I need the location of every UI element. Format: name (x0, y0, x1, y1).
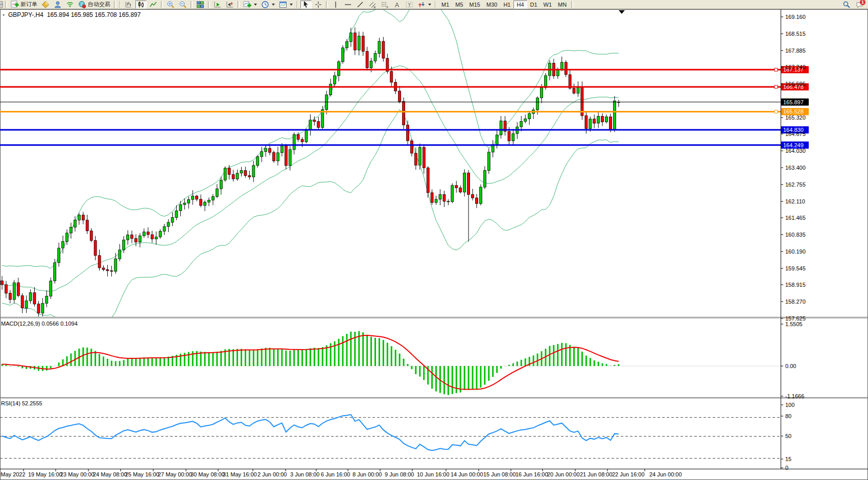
timeframe-M30[interactable]: M30 (483, 1, 500, 9)
horizontal-line-tool-button[interactable] (342, 1, 354, 9)
candle-body (362, 36, 364, 52)
collapse-arrow-icon[interactable]: ▾ (3, 13, 5, 17)
zoom-out-button[interactable] (177, 1, 189, 9)
arrows-tool-button[interactable] (416, 1, 433, 9)
candle-body (508, 131, 510, 141)
search-icon[interactable] (842, 1, 851, 9)
symbol-period-label: GBPJPY-,H4 (8, 11, 43, 18)
candle-body (338, 62, 340, 76)
community-button[interactable] (52, 1, 63, 9)
candle-body (41, 303, 44, 313)
text-label-tool-button[interactable]: T (404, 1, 415, 9)
channel-tool-button[interactable]: E (367, 1, 378, 9)
toolbar-separator (208, 1, 210, 8)
autotrading-label: 自动交易 (88, 1, 110, 8)
candle-body (110, 271, 113, 271)
chart-shift-button[interactable] (224, 1, 236, 9)
candle-body (520, 121, 523, 127)
timeframe-M1[interactable]: M1 (438, 1, 452, 9)
candle-body (345, 42, 348, 48)
signals-button[interactable] (64, 1, 76, 9)
timeframe-H1[interactable]: H1 (500, 1, 513, 9)
candlestick-chart-type-button[interactable] (135, 1, 147, 9)
price-axis-label: 164.030 (785, 148, 806, 154)
hline-handle[interactable] (775, 68, 778, 71)
chart-canvas[interactable]: 167.137166.478165.897165.528164.830164.2… (0, 9, 868, 480)
periods-button[interactable] (260, 1, 276, 9)
candle-body (382, 41, 385, 58)
candle-body (297, 134, 299, 140)
fibonacci-tool-button[interactable]: F (379, 1, 390, 9)
candle-body (349, 33, 352, 42)
notifications-button[interactable]: 1 (856, 1, 864, 9)
bar-chart-type-button[interactable] (123, 1, 134, 9)
candle-body (21, 295, 24, 308)
crosshair-tool-button[interactable] (313, 1, 324, 9)
time-axis-label: 15 Jun 08:00 (483, 471, 516, 477)
zoom-in-button[interactable] (165, 1, 176, 9)
candle-body (106, 269, 109, 270)
timeframe-M15[interactable]: M15 (466, 1, 483, 9)
auto-scroll-button[interactable] (212, 1, 223, 9)
candle-body (236, 173, 239, 179)
candle-body (256, 156, 259, 165)
candle-body (301, 140, 303, 142)
candle-body (410, 141, 413, 153)
mt4-terminal: 新订单 自动交易 (0, 0, 868, 480)
candle-body (334, 76, 336, 84)
candle-body (309, 120, 312, 130)
svg-text:A: A (395, 1, 399, 8)
candle-body (467, 173, 470, 194)
timeframe-D1[interactable]: D1 (527, 1, 541, 9)
timeframe-M5[interactable]: M5 (452, 1, 466, 9)
candle-body (248, 176, 251, 177)
indicators-button[interactable] (242, 1, 259, 9)
rsi-axis-label: 0 (785, 465, 788, 471)
candle-body (317, 122, 320, 128)
candle-body (589, 119, 592, 129)
timeframe-toolbar: M1M5M15M30H1H4D1W1MN (438, 1, 570, 9)
timeframe-W1[interactable]: W1 (541, 1, 555, 9)
trendline-tool-button[interactable] (355, 1, 366, 9)
tile-windows-button[interactable] (195, 1, 206, 9)
notification-badge: 1 (860, 0, 865, 5)
candle-body (427, 168, 429, 193)
candle-body (159, 231, 161, 237)
time-axis-label: 23 May 00:00 (60, 471, 95, 477)
horizontal-line-icon (344, 1, 352, 9)
candle-body (204, 202, 206, 205)
candle-body (33, 293, 36, 304)
diamond-icon (41, 1, 50, 9)
text-tool-button[interactable]: A (391, 1, 403, 9)
timeframe-H4[interactable]: H4 (513, 1, 527, 9)
line-chart-type-button[interactable] (148, 1, 159, 9)
candle-body (9, 293, 11, 300)
candle-body (565, 62, 567, 75)
candle-body (119, 250, 121, 259)
cursor-tool-button[interactable] (300, 1, 312, 9)
toolbar-separator (571, 1, 573, 8)
main-toolbar: 新订单 自动交易 (0, 0, 868, 9)
price-axis-label: 167.240 (785, 64, 806, 70)
vertical-line-icon (332, 1, 340, 9)
time-axis-label: 24 Jun 00:00 (649, 471, 682, 477)
vertical-line-tool-button[interactable] (330, 1, 341, 9)
timeframe-MN[interactable]: MN (555, 1, 570, 9)
candle-body (123, 240, 125, 250)
candle-body (86, 220, 88, 231)
metaeditor-button[interactable] (40, 1, 51, 9)
candle-body (476, 198, 478, 203)
hline-handle[interactable] (775, 110, 778, 113)
autotrading-button[interactable]: 自动交易 (77, 1, 112, 9)
toolbar-grip (296, 1, 298, 8)
new-order-icon (11, 1, 19, 9)
hline-handle[interactable] (775, 85, 778, 88)
candle-body (597, 117, 600, 124)
templates-button[interactable] (277, 1, 294, 9)
candle-body (330, 84, 332, 95)
candle-body (139, 236, 142, 242)
new-order-button[interactable]: 新订单 (9, 1, 39, 9)
candle-body (439, 195, 441, 199)
zoom-in-icon (167, 1, 175, 9)
candle-body (50, 281, 52, 296)
